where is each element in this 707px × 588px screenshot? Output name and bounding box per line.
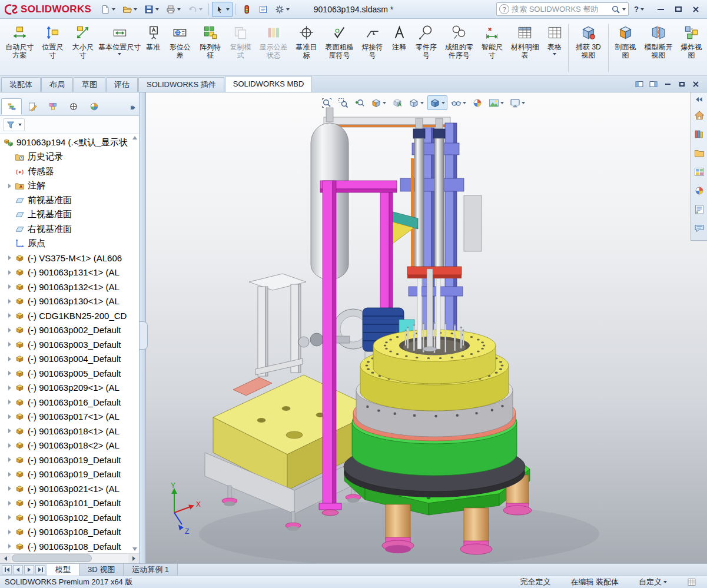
- zoom-area-button[interactable]: [336, 95, 351, 110]
- tree-item[interactable]: (-) 901063p017<1> (AL: [0, 410, 139, 424]
- expand-arrow-icon[interactable]: [6, 340, 14, 348]
- tree-item[interactable]: (-) 901063p101_Default: [0, 496, 139, 511]
- tree-item[interactable]: (-) 901063p016_Default: [0, 395, 139, 410]
- tab-mbd[interactable]: SOLIDWORKS MBD: [225, 76, 313, 92]
- ribbon-button-model-break-view[interactable]: 模型断开视图: [640, 21, 676, 75]
- design-library-tab[interactable]: [692, 126, 706, 142]
- search-button[interactable]: [611, 5, 626, 14]
- feature-manager-tab[interactable]: [1, 98, 22, 115]
- expand-arrow-icon[interactable]: [6, 427, 14, 435]
- tree-item[interactable]: 历史记录: [0, 150, 139, 165]
- tab-sketch[interactable]: 草图: [74, 77, 105, 92]
- print-button[interactable]: [163, 2, 184, 17]
- expand-arrow-icon[interactable]: [6, 384, 14, 392]
- tree-item[interactable]: (-) 901063p131<1> (AL: [0, 265, 139, 280]
- ribbon-button-table[interactable]: 表格: [543, 21, 566, 75]
- ribbon-button-capture-3d-view[interactable]: 捕获 3D 视图: [570, 21, 606, 75]
- tab-layout[interactable]: 布局: [41, 77, 73, 92]
- tree-item[interactable]: (-) 901063p021<1> (AL: [0, 481, 139, 496]
- filter-button[interactable]: [3, 118, 25, 131]
- tree-horizontal-scrollbar[interactable]: [0, 553, 139, 563]
- file-explorer-tab[interactable]: [692, 145, 706, 161]
- ribbon-button-pattern-feature[interactable]: 阵列特征: [195, 21, 225, 75]
- ribbon-button-balloon[interactable]: 零件序号: [411, 21, 441, 75]
- last-tab-button[interactable]: [35, 565, 45, 574]
- tree-item[interactable]: 前视基准面: [0, 193, 139, 208]
- tree-item[interactable]: (-) 901063p209<1> (AL: [0, 381, 139, 396]
- expand-arrow-icon[interactable]: [6, 283, 14, 291]
- rebuild-button[interactable]: [239, 2, 254, 17]
- expand-arrow-icon[interactable]: [6, 297, 14, 305]
- expand-arrow-icon[interactable]: [6, 528, 14, 536]
- tree-item[interactable]: 传感器: [0, 164, 139, 179]
- expand-arrow-icon[interactable]: [6, 513, 14, 521]
- view-palette-tab[interactable]: [692, 164, 706, 180]
- expand-arrow-icon[interactable]: [6, 326, 14, 334]
- ribbon-button-basic-location-dimension[interactable]: 基本位置尺寸: [98, 21, 141, 75]
- minimize-button[interactable]: [652, 2, 669, 17]
- ribbon-button-surface-finish[interactable]: 表面粗糙度符号: [321, 21, 357, 75]
- select-button[interactable]: [212, 2, 233, 17]
- ribbon-button-location-dimension[interactable]: 位置尺寸: [38, 21, 68, 75]
- tab-overflow-chevron-icon[interactable]: [128, 101, 138, 115]
- tree-item[interactable]: (-) 901063p132<1> (AL: [0, 280, 139, 294]
- expand-arrow-icon[interactable]: [6, 182, 14, 190]
- tree-item[interactable]: 注解: [0, 179, 139, 194]
- tree-item[interactable]: (-) 901063p019_Default: [0, 453, 139, 467]
- close-button[interactable]: [687, 2, 705, 17]
- open-button[interactable]: [120, 2, 140, 17]
- expand-arrow-icon[interactable]: [6, 413, 14, 421]
- expand-arrow-icon[interactable]: [6, 355, 14, 363]
- new-document-button[interactable]: [98, 2, 118, 17]
- file-properties-button[interactable]: [255, 2, 271, 17]
- expand-arrow-icon[interactable]: [6, 456, 14, 464]
- save-button[interactable]: [141, 2, 162, 17]
- next-tab-button[interactable]: [24, 565, 34, 574]
- previous-tab-button[interactable]: [13, 565, 23, 574]
- tree-item[interactable]: (-) 901063p130<1> (AL: [0, 294, 139, 309]
- pane-left-button[interactable]: [634, 79, 645, 89]
- forum-tab[interactable]: [692, 220, 706, 237]
- configuration-manager-tab[interactable]: [42, 98, 63, 115]
- expand-arrow-icon[interactable]: [6, 441, 14, 450]
- custom-properties-tab[interactable]: [692, 201, 706, 218]
- ribbon-button-datum[interactable]: 基准: [141, 21, 165, 75]
- display-style-button[interactable]: [427, 95, 447, 110]
- doc-close-button[interactable]: [691, 79, 701, 89]
- tree-item[interactable]: 上视基准面: [0, 208, 139, 222]
- ribbon-button-auto-balloon[interactable]: 成组的零件序号: [441, 21, 477, 75]
- expand-arrow-icon[interactable]: [6, 484, 14, 493]
- ribbon-button-weld-symbol[interactable]: 焊接符号: [357, 21, 387, 75]
- doc-minimize-button[interactable]: [662, 79, 673, 89]
- ribbon-button-bom[interactable]: 材料明细表: [507, 21, 543, 75]
- display-manager-tab[interactable]: [84, 98, 104, 115]
- expand-arrow-icon[interactable]: [6, 311, 14, 320]
- doc-tab-model[interactable]: 模型: [47, 564, 79, 576]
- section-view-button[interactable]: [369, 95, 389, 110]
- tree-item[interactable]: (-) 901063p004_Default: [0, 352, 139, 367]
- tree-item[interactable]: (-) 901063p018<1> (AL: [0, 424, 139, 438]
- solidworks-resources-tab[interactable]: [692, 107, 706, 124]
- expand-arrow-icon[interactable]: [6, 499, 14, 507]
- search-input[interactable]: [512, 5, 609, 14]
- tree-scroll-down-icon[interactable]: [132, 547, 137, 551]
- options-button[interactable]: [272, 2, 293, 17]
- tree-scroll-up-icon[interactable]: [132, 136, 137, 139]
- dynamic-annotation-views-button[interactable]: [390, 95, 405, 110]
- expand-arrow-icon[interactable]: [6, 542, 14, 550]
- tree-item[interactable]: (-) 901063p102_Default: [0, 510, 139, 525]
- tree-item[interactable]: 原点: [0, 237, 139, 251]
- ribbon-button-smart-dimension[interactable]: 智能尺寸: [477, 21, 507, 75]
- scroll-left-button[interactable]: [0, 554, 11, 563]
- tab-evaluate[interactable]: 评估: [106, 77, 138, 92]
- tree-root-item[interactable]: 901063p194 (.<默认_显示状: [0, 135, 139, 150]
- expand-arrow-icon[interactable]: [6, 398, 14, 406]
- first-tab-button[interactable]: [2, 565, 12, 574]
- custom-toolbar-dropdown[interactable]: 自定义: [639, 577, 667, 587]
- expand-task-pane-icon[interactable]: [692, 94, 706, 105]
- doc-tab-views-3d[interactable]: 3D 视图: [79, 564, 124, 576]
- doc-restore-button[interactable]: [676, 79, 687, 89]
- tree-item[interactable]: (-) 901063p005_Default: [0, 366, 139, 381]
- tree-item[interactable]: (-) 901063p108_Default: [0, 525, 139, 540]
- expand-arrow-icon[interactable]: [6, 268, 14, 277]
